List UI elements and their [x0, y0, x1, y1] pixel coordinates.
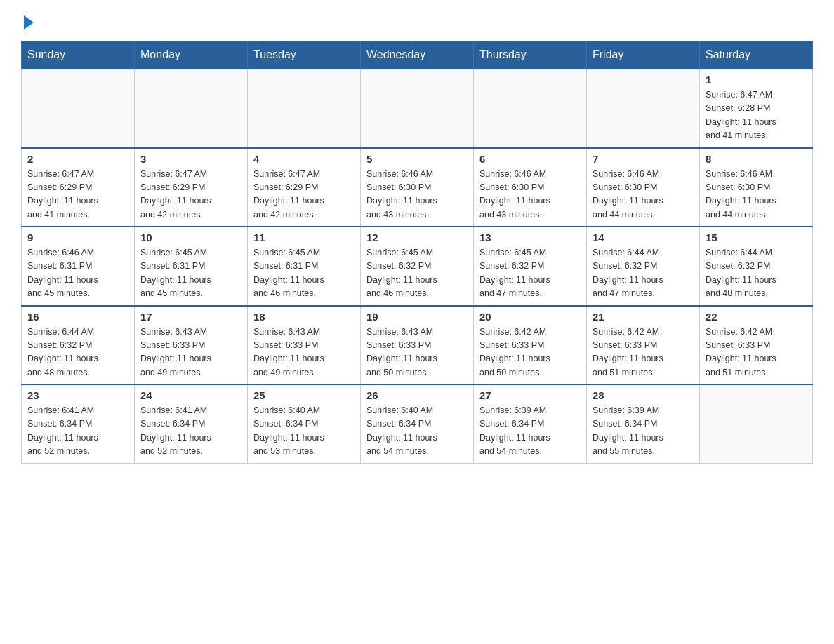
day-number: 6 [479, 153, 581, 165]
calendar-cell: 3Sunrise: 6:47 AM Sunset: 6:29 PM Daylig… [135, 148, 248, 227]
weekday-header-friday: Friday [587, 41, 700, 69]
day-info: Sunrise: 6:45 AM Sunset: 6:32 PM Dayligh… [479, 246, 581, 301]
calendar-cell [474, 69, 587, 148]
day-number: 27 [479, 389, 581, 401]
calendar-week-4: 16Sunrise: 6:44 AM Sunset: 6:32 PM Dayli… [22, 306, 813, 385]
calendar-cell: 13Sunrise: 6:45 AM Sunset: 6:32 PM Dayli… [474, 227, 587, 306]
calendar-header-row: SundayMondayTuesdayWednesdayThursdayFrid… [22, 41, 813, 69]
day-number: 9 [27, 232, 128, 243]
day-number: 15 [706, 232, 807, 243]
day-number: 8 [706, 153, 807, 165]
calendar-cell: 27Sunrise: 6:39 AM Sunset: 6:34 PM Dayli… [474, 384, 587, 463]
calendar-table: SundayMondayTuesdayWednesdayThursdayFrid… [21, 41, 813, 464]
calendar-cell: 9Sunrise: 6:46 AM Sunset: 6:31 PM Daylig… [22, 227, 135, 306]
day-info: Sunrise: 6:43 AM Sunset: 6:33 PM Dayligh… [140, 326, 241, 380]
calendar-cell: 6Sunrise: 6:46 AM Sunset: 6:30 PM Daylig… [474, 148, 587, 227]
day-info: Sunrise: 6:47 AM Sunset: 6:29 PM Dayligh… [253, 168, 355, 222]
calendar-cell [361, 69, 474, 148]
calendar-week-1: 1Sunrise: 6:47 AM Sunset: 6:28 PM Daylig… [22, 69, 813, 148]
day-number: 28 [593, 389, 694, 401]
day-info: Sunrise: 6:42 AM Sunset: 6:33 PM Dayligh… [593, 326, 694, 380]
calendar-week-2: 2Sunrise: 6:47 AM Sunset: 6:29 PM Daylig… [22, 148, 813, 227]
day-number: 26 [366, 389, 468, 401]
day-info: Sunrise: 6:47 AM Sunset: 6:28 PM Dayligh… [706, 88, 807, 143]
calendar-cell [700, 384, 813, 463]
day-number: 4 [253, 153, 355, 165]
day-info: Sunrise: 6:41 AM Sunset: 6:34 PM Dayligh… [140, 404, 241, 459]
calendar-cell: 5Sunrise: 6:46 AM Sunset: 6:30 PM Daylig… [361, 148, 474, 227]
day-number: 5 [366, 153, 468, 165]
weekday-header-wednesday: Wednesday [361, 41, 474, 69]
day-number: 22 [706, 311, 807, 323]
calendar-cell: 21Sunrise: 6:42 AM Sunset: 6:33 PM Dayli… [587, 306, 700, 385]
calendar-cell [248, 69, 361, 148]
weekday-header-monday: Monday [135, 41, 248, 69]
calendar-week-3: 9Sunrise: 6:46 AM Sunset: 6:31 PM Daylig… [22, 227, 813, 306]
day-number: 16 [27, 311, 128, 323]
weekday-header-sunday: Sunday [22, 41, 135, 69]
day-info: Sunrise: 6:47 AM Sunset: 6:29 PM Dayligh… [140, 168, 241, 222]
calendar-cell: 12Sunrise: 6:45 AM Sunset: 6:32 PM Dayli… [361, 227, 474, 306]
day-info: Sunrise: 6:44 AM Sunset: 6:32 PM Dayligh… [706, 246, 807, 301]
calendar-cell: 26Sunrise: 6:40 AM Sunset: 6:34 PM Dayli… [361, 384, 474, 463]
day-info: Sunrise: 6:44 AM Sunset: 6:32 PM Dayligh… [593, 246, 694, 301]
day-info: Sunrise: 6:46 AM Sunset: 6:30 PM Dayligh… [706, 168, 807, 222]
calendar-cell: 20Sunrise: 6:42 AM Sunset: 6:33 PM Dayli… [474, 306, 587, 385]
day-number: 21 [593, 311, 694, 323]
calendar-cell: 18Sunrise: 6:43 AM Sunset: 6:33 PM Dayli… [248, 306, 361, 385]
weekday-header-tuesday: Tuesday [248, 41, 361, 69]
day-info: Sunrise: 6:46 AM Sunset: 6:30 PM Dayligh… [593, 168, 694, 222]
calendar-cell: 22Sunrise: 6:42 AM Sunset: 6:33 PM Dayli… [700, 306, 813, 385]
day-info: Sunrise: 6:39 AM Sunset: 6:34 PM Dayligh… [593, 404, 694, 459]
day-info: Sunrise: 6:39 AM Sunset: 6:34 PM Dayligh… [479, 404, 581, 459]
calendar-cell: 28Sunrise: 6:39 AM Sunset: 6:34 PM Dayli… [587, 384, 700, 463]
calendar-cell [135, 69, 248, 148]
day-number: 10 [140, 232, 241, 243]
calendar-cell: 4Sunrise: 6:47 AM Sunset: 6:29 PM Daylig… [248, 148, 361, 227]
day-info: Sunrise: 6:42 AM Sunset: 6:33 PM Dayligh… [706, 326, 807, 380]
day-info: Sunrise: 6:41 AM Sunset: 6:34 PM Dayligh… [27, 404, 128, 459]
logo [21, 14, 34, 27]
calendar-cell: 25Sunrise: 6:40 AM Sunset: 6:34 PM Dayli… [248, 384, 361, 463]
day-number: 2 [27, 153, 128, 165]
day-number: 24 [140, 389, 241, 401]
day-number: 23 [27, 389, 128, 401]
calendar-cell [587, 69, 700, 148]
day-number: 18 [253, 311, 355, 323]
day-info: Sunrise: 6:47 AM Sunset: 6:29 PM Dayligh… [27, 168, 128, 222]
day-number: 14 [593, 232, 694, 243]
day-info: Sunrise: 6:40 AM Sunset: 6:34 PM Dayligh… [366, 404, 468, 459]
day-info: Sunrise: 6:44 AM Sunset: 6:32 PM Dayligh… [27, 326, 128, 380]
day-info: Sunrise: 6:46 AM Sunset: 6:30 PM Dayligh… [366, 168, 468, 222]
weekday-header-thursday: Thursday [474, 41, 587, 69]
calendar-cell: 1Sunrise: 6:47 AM Sunset: 6:28 PM Daylig… [700, 69, 813, 148]
day-info: Sunrise: 6:45 AM Sunset: 6:31 PM Dayligh… [253, 246, 355, 301]
day-info: Sunrise: 6:43 AM Sunset: 6:33 PM Dayligh… [366, 326, 468, 380]
calendar-cell: 10Sunrise: 6:45 AM Sunset: 6:31 PM Dayli… [135, 227, 248, 306]
calendar-cell: 2Sunrise: 6:47 AM Sunset: 6:29 PM Daylig… [22, 148, 135, 227]
day-info: Sunrise: 6:45 AM Sunset: 6:31 PM Dayligh… [140, 246, 241, 301]
day-info: Sunrise: 6:40 AM Sunset: 6:34 PM Dayligh… [253, 404, 355, 459]
calendar-cell: 8Sunrise: 6:46 AM Sunset: 6:30 PM Daylig… [700, 148, 813, 227]
day-number: 7 [593, 153, 694, 165]
day-number: 13 [479, 232, 581, 243]
calendar-cell: 11Sunrise: 6:45 AM Sunset: 6:31 PM Dayli… [248, 227, 361, 306]
logo-arrow-icon [24, 15, 34, 29]
calendar-week-5: 23Sunrise: 6:41 AM Sunset: 6:34 PM Dayli… [22, 384, 813, 463]
weekday-header-saturday: Saturday [700, 41, 813, 69]
calendar-cell: 19Sunrise: 6:43 AM Sunset: 6:33 PM Dayli… [361, 306, 474, 385]
calendar-cell: 14Sunrise: 6:44 AM Sunset: 6:32 PM Dayli… [587, 227, 700, 306]
day-number: 11 [253, 232, 355, 243]
day-number: 20 [479, 311, 581, 323]
day-info: Sunrise: 6:46 AM Sunset: 6:31 PM Dayligh… [27, 246, 128, 301]
calendar-cell: 17Sunrise: 6:43 AM Sunset: 6:33 PM Dayli… [135, 306, 248, 385]
page-header [21, 14, 813, 27]
calendar-cell: 7Sunrise: 6:46 AM Sunset: 6:30 PM Daylig… [587, 148, 700, 227]
day-number: 25 [253, 389, 355, 401]
day-number: 17 [140, 311, 241, 323]
day-info: Sunrise: 6:45 AM Sunset: 6:32 PM Dayligh… [366, 246, 468, 301]
day-number: 19 [366, 311, 468, 323]
calendar-cell [22, 69, 135, 148]
calendar-cell: 23Sunrise: 6:41 AM Sunset: 6:34 PM Dayli… [22, 384, 135, 463]
day-number: 12 [366, 232, 468, 243]
